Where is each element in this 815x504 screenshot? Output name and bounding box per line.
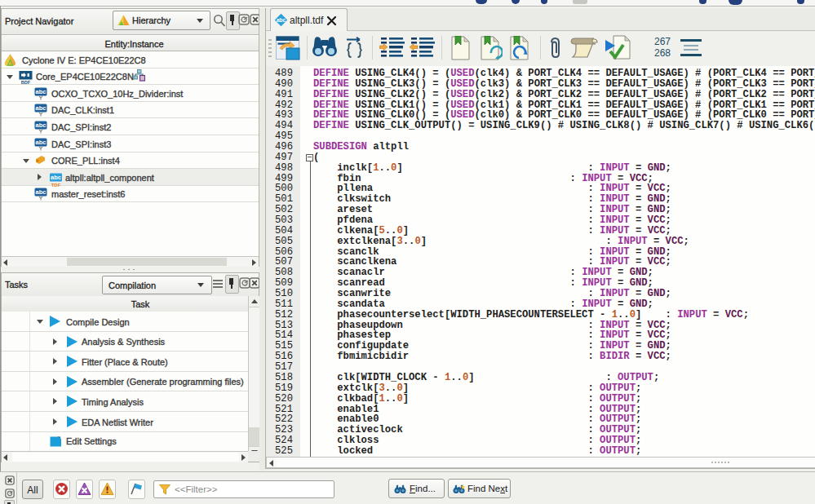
- svg-text:abc: abc: [36, 122, 47, 129]
- svg-text:abc: abc: [36, 189, 47, 197]
- svg-text:BDF: BDF: [21, 80, 31, 84]
- svg-text:abc: abc: [277, 17, 286, 23]
- svg-text:abc: abc: [36, 139, 47, 146]
- svg-text:abc: abc: [36, 88, 47, 95]
- svg-text:abc: abc: [51, 174, 61, 181]
- svg-text:abc: abc: [36, 105, 47, 113]
